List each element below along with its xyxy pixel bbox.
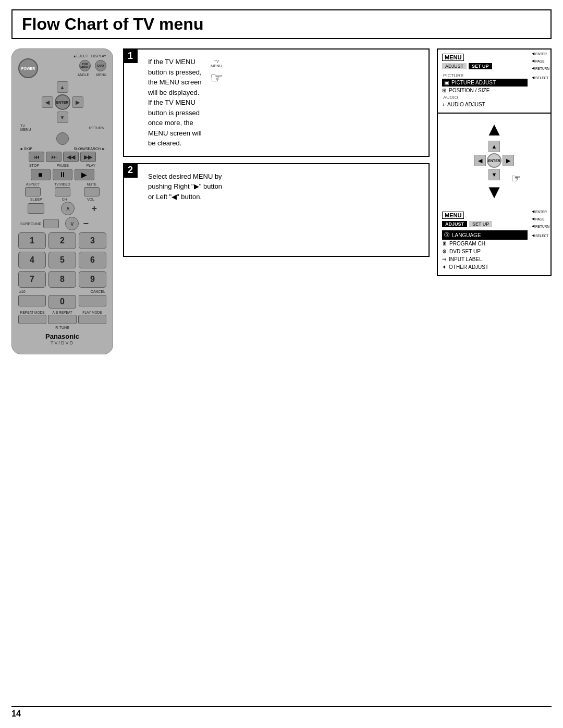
ab-repeat-label: A-B REPEAT [52, 311, 72, 314]
sleep-label: SLEEP [30, 198, 42, 201]
program-ch-icon: ♜ [442, 241, 447, 246]
step2-box: 2 Select desired MENU by pushing Right "… [123, 163, 430, 257]
play-stop-labels: STOP PAUSE PLAY [18, 164, 106, 167]
menu-top-screen: MENU ADJUST SET UP PICTURE ▣ PICTURE ADJ… [437, 48, 552, 114]
menu-top-item-position-size: ⊞ POSITION / SIZE [442, 87, 528, 94]
play-mode-button[interactable] [78, 315, 106, 324]
menu-top-item-picture-adjust: ▣ PICTURE ADJUST [442, 79, 528, 87]
remote-column: POWER ▲EJECT DISPLAY TOP MENU DVD [11, 48, 116, 354]
menu-bottom-title: MENU [442, 212, 464, 219]
steps-column: 1 If the TV MENU button is pressed, the … [123, 48, 430, 354]
menu-bottom-screen: MENU ADJUST SET UP ⓪ LANGUAGE ♜ PROGRAM [437, 207, 552, 276]
menu-screens-column: MENU ADJUST SET UP PICTURE ▣ PICTURE ADJ… [437, 48, 552, 354]
illus-left: ◀ [474, 155, 486, 166]
dpad-up[interactable]: ▲ [57, 81, 68, 93]
step2-line3: or Left "◀" button. [148, 193, 202, 201]
tv-video-button[interactable] [55, 187, 70, 196]
dvd-menu-label: MENU [96, 73, 106, 77]
next-button[interactable]: ⏭ [46, 152, 62, 162]
big-arrow-down: ▼ [485, 182, 504, 201]
num-1-button[interactable]: 1 [18, 232, 46, 249]
tv-menu-icon-label: TVMENU [211, 59, 222, 68]
step2-text: Select desired MENU by pushing Right "▶"… [148, 171, 222, 202]
top-menu-button[interactable]: TOP MENU [79, 60, 91, 71]
page-footer: 14 [11, 706, 552, 719]
dpad-down[interactable]: ▼ [57, 112, 68, 123]
aspect-button[interactable] [25, 187, 41, 196]
tv-video-label: TV/VIDEO [54, 182, 70, 186]
numpad: 1 2 3 4 5 6 7 8 9 [18, 232, 106, 288]
numpad-bottom: 0 [18, 295, 106, 309]
illus-enter: ENTER [487, 153, 501, 168]
ge10-label: ≥10 [19, 290, 26, 293]
illus-up: ▲ [488, 141, 500, 152]
vol-minus[interactable]: − [83, 218, 89, 229]
stop-button[interactable]: ■ [31, 169, 51, 180]
step1-line9: be cleared. [148, 139, 181, 147]
audio-icon: ♪ [442, 102, 445, 107]
language-icon: ⓪ [444, 231, 449, 239]
rtune-label: R-TUNE [55, 326, 69, 329]
num-9-button[interactable]: 9 [79, 271, 106, 288]
dpad-illustration: ▲ ◀ ENTER ▶ ▼ ☞ [474, 141, 514, 180]
ab-repeat-button[interactable] [48, 315, 76, 324]
vol-plus[interactable]: + [91, 203, 97, 214]
prev-button[interactable]: ⏮ [29, 152, 44, 162]
tv-menu-label: TVMENU [20, 124, 31, 131]
step1-line2: button is pressed, [148, 68, 202, 76]
num-4-button[interactable]: 4 [18, 252, 46, 268]
enter-button[interactable]: ENTER [55, 94, 70, 110]
angle-dvd-button[interactable]: DVD [95, 60, 106, 71]
ch-up-button[interactable]: ∧ [61, 202, 75, 215]
num-8-button[interactable]: 8 [48, 271, 76, 288]
pause-button[interactable]: ⏸ [53, 169, 72, 180]
menu-top-nav-labels: ◀ENTER ◀PAGE ◀RETURN ◀SELECT [531, 50, 550, 113]
repeat-mode-button[interactable] [18, 315, 46, 324]
num-3-button[interactable]: 3 [79, 232, 106, 249]
tv-menu-icon: TVMENU ☞ [210, 59, 223, 87]
scv-labels: SLEEP CH VOL [18, 198, 106, 201]
num-6-button[interactable]: 6 [79, 252, 106, 268]
dvd-setup-icon: ⚙ [442, 249, 447, 254]
menu-top-category-audio: AUDIO [443, 94, 528, 101]
menu-bottom-item-other-adjust: ✦ OTHER ADJUST [442, 263, 528, 271]
step2-line2: pushing Right "▶" button [148, 182, 222, 190]
position-size-icon: ⊞ [442, 88, 446, 93]
cancel-label: CANCEL [91, 290, 105, 293]
dpad-left[interactable]: ◀ [42, 96, 53, 108]
num-7-button[interactable]: 7 [18, 271, 46, 288]
brand-section: Panasonic TV/DVD [18, 332, 106, 346]
nav-enter-arrow-top: ◀ [532, 52, 534, 56]
dpad[interactable]: ▲ ◀ ENTER ▶ ▼ [42, 81, 83, 123]
fast-forward-button[interactable]: ▶▶ [80, 152, 96, 162]
dpad-section: ▲ ◀ ENTER ▶ ▼ TVMENU RETURN [18, 81, 106, 145]
ge10-button[interactable] [18, 295, 46, 306]
angle-label: ANGLE [78, 73, 89, 77]
cancel-button[interactable] [79, 295, 106, 306]
ch-down-button[interactable]: ∨ [65, 217, 79, 230]
surround-button[interactable] [43, 219, 59, 228]
num-5-button[interactable]: 5 [48, 252, 76, 268]
dpad-right[interactable]: ▶ [72, 96, 83, 108]
top-right-buttons: ▲EJECT DISPLAY TOP MENU DVD ANGLE MENU [73, 54, 106, 77]
main-content: POWER ▲EJECT DISPLAY TOP MENU DVD [11, 48, 552, 354]
circle-button[interactable] [56, 132, 69, 145]
brand-sub: TV/DVD [18, 340, 106, 346]
step1-line4: will be displayed. [148, 89, 199, 96]
big-arrow-up: ▲ [485, 120, 504, 139]
power-button[interactable]: POWER [18, 58, 38, 78]
mute-button[interactable] [84, 187, 100, 196]
step1-line6: button is pressed [148, 109, 200, 117]
zero-button[interactable]: 0 [48, 295, 76, 309]
sleep-button[interactable] [28, 203, 44, 214]
step1-line7: once more, the [148, 119, 193, 127]
num-labels-row: ≥10 CANCEL [18, 290, 106, 293]
num-2-button[interactable]: 2 [48, 232, 76, 249]
step1-line3: the MENU screen [148, 78, 202, 86]
play-button[interactable]: ▶ [75, 169, 94, 180]
return-label: RETURN [89, 126, 104, 130]
menu-bottom-item-dvd-setup: ⚙ DVD SET UP [442, 248, 528, 255]
step1-content: If the TV MENU button is pressed, the ME… [148, 57, 420, 149]
rewind-button[interactable]: ◀◀ [63, 152, 79, 162]
bottom-function-buttons: REPEAT MODE A-B REPEAT PLAY MODE [18, 311, 106, 324]
